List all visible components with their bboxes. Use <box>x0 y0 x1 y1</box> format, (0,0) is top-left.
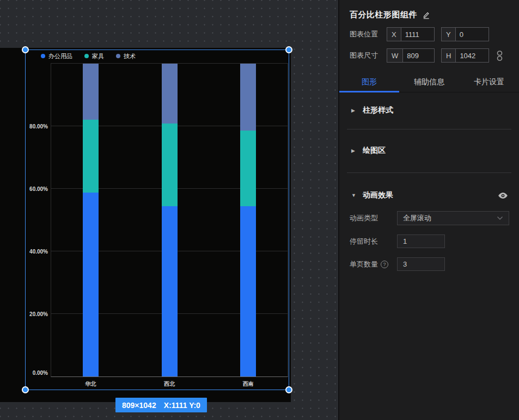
legend-dot-icon <box>41 54 45 58</box>
y-axis-tick-label: 80.00% <box>29 123 48 129</box>
properties-panel: 百分比柱形图组件 图表位置 X Y 图表尺寸 W H <box>338 0 519 420</box>
chart-component[interactable]: 办公用品家具技术 0.00%20.00%40.00%60.00%80.00%华北… <box>25 50 289 390</box>
chart-position-row: 图表位置 X Y <box>339 27 519 41</box>
section-divider <box>347 172 511 173</box>
position-label: 图表位置 <box>350 29 387 39</box>
size-position-badge: 809×1042 X:1111 Y:0 <box>115 398 207 412</box>
legend-dot-icon <box>116 54 120 58</box>
animation-type-row: 动画类型 全屏滚动 <box>339 211 519 225</box>
tab-graph[interactable]: 图形 <box>339 72 399 92</box>
size-label: 图表尺寸 <box>350 51 387 60</box>
legend-label: 办公用品 <box>48 52 72 60</box>
y-axis-tick-label: 0.00% <box>33 370 48 376</box>
bar-segment-家具 <box>240 131 256 206</box>
legend-dot-icon <box>84 54 89 58</box>
x-axis-label: 西北 <box>164 380 175 388</box>
component-title: 百分比柱形图组件 <box>350 10 417 20</box>
stacked-bar <box>240 64 256 376</box>
position-y-field[interactable]: Y <box>441 27 489 41</box>
section-divider <box>347 129 511 129</box>
help-question-icon[interactable]: ? <box>381 261 388 268</box>
aspect-lock-link-icon[interactable] <box>497 51 503 61</box>
badge-size: 809×1042 <box>122 401 156 410</box>
plot-area: 0.00%20.00%40.00%60.00%80.00%华北西北西南 <box>51 63 288 377</box>
stay-duration-row: 停留时长 <box>339 234 519 248</box>
page-count-label: 单页数量 ? <box>350 260 397 269</box>
caret-right-icon: ▶ <box>351 148 357 153</box>
panel-tabs: 图形 辅助信息 卡片设置 <box>339 72 519 92</box>
stay-duration-label: 停留时长 <box>350 237 397 246</box>
h-input[interactable] <box>456 49 489 62</box>
tab-card-settings[interactable]: 卡片设置 <box>459 72 519 92</box>
stay-duration-input[interactable] <box>397 234 445 248</box>
w-prefix: W <box>387 49 403 62</box>
size-h-field[interactable]: H <box>441 48 489 63</box>
chart-legend: 办公用品家具技术 <box>41 51 136 61</box>
bar-segment-办公用品 <box>83 193 99 376</box>
animation-type-label: 动画类型 <box>350 213 397 223</box>
component-title-row: 百分比柱形图组件 <box>339 0 519 20</box>
legend-item: 办公用品 <box>41 52 72 60</box>
y-axis-tick-label: 20.00% <box>29 311 48 317</box>
section-plot-area[interactable]: ▶ 绘图区 <box>339 144 519 157</box>
legend-item: 家具 <box>84 52 104 60</box>
x-axis-label: 西南 <box>243 380 254 388</box>
section-animation-title: 动画效果 <box>363 190 393 200</box>
rename-pencil-icon[interactable] <box>422 11 430 19</box>
chevron-down-icon <box>497 215 503 221</box>
stacked-bar <box>162 64 178 376</box>
bar-segment-技术 <box>162 64 178 123</box>
section-animation[interactable]: ▼ 动画效果 <box>339 189 519 202</box>
h-prefix: H <box>442 49 456 62</box>
x-input[interactable] <box>401 28 434 41</box>
bar-segment-技术 <box>83 64 99 120</box>
section-bar-style-title: 柱形样式 <box>363 106 393 115</box>
page-count-input[interactable] <box>397 257 445 271</box>
legend-label: 家具 <box>92 52 104 60</box>
bar-segment-办公用品 <box>240 206 256 376</box>
bar-segment-家具 <box>83 120 99 193</box>
resize-handle-top-right[interactable] <box>285 46 292 53</box>
bar-segment-技术 <box>240 64 256 131</box>
position-x-field[interactable]: X <box>387 27 435 41</box>
bar-segment-办公用品 <box>162 206 178 376</box>
bar-segment-家具 <box>162 123 178 206</box>
legend-label: 技术 <box>124 52 136 60</box>
stacked-bar <box>83 64 99 376</box>
legend-item: 技术 <box>116 52 136 60</box>
tab-auxiliary-info[interactable]: 辅助信息 <box>399 72 459 92</box>
y-prefix: Y <box>442 28 456 41</box>
y-axis-tick-label: 60.00% <box>29 186 48 192</box>
resize-handle-bottom-left[interactable] <box>22 386 29 393</box>
size-w-field[interactable]: W <box>387 48 435 63</box>
animation-type-value: 全屏滚动 <box>403 213 431 223</box>
y-axis-tick-label: 40.00% <box>29 249 48 255</box>
canvas-workspace[interactable]: 办公用品家具技术 0.00%20.00%40.00%60.00%80.00%华北… <box>0 0 338 420</box>
animation-type-select[interactable]: 全屏滚动 <box>397 211 509 225</box>
x-prefix: X <box>387 28 401 41</box>
resize-handle-bottom-right[interactable] <box>285 386 292 393</box>
chart-size-row: 图表尺寸 W H <box>339 48 519 63</box>
section-bar-style[interactable]: ▶ 柱形样式 <box>339 104 519 117</box>
caret-right-icon: ▶ <box>351 108 357 113</box>
section-plot-area-title: 绘图区 <box>363 146 386 156</box>
y-input[interactable] <box>456 28 489 41</box>
page-count-label-text: 单页数量 <box>350 260 378 269</box>
visibility-eye-icon[interactable] <box>498 192 508 199</box>
caret-down-icon: ▼ <box>351 193 357 198</box>
badge-position: X:1111 Y:0 <box>164 401 200 410</box>
resize-handle-top-left[interactable] <box>22 46 29 53</box>
page-count-row: 单页数量 ? <box>339 257 519 271</box>
w-input[interactable] <box>403 49 434 62</box>
x-axis-label: 华北 <box>85 380 96 388</box>
